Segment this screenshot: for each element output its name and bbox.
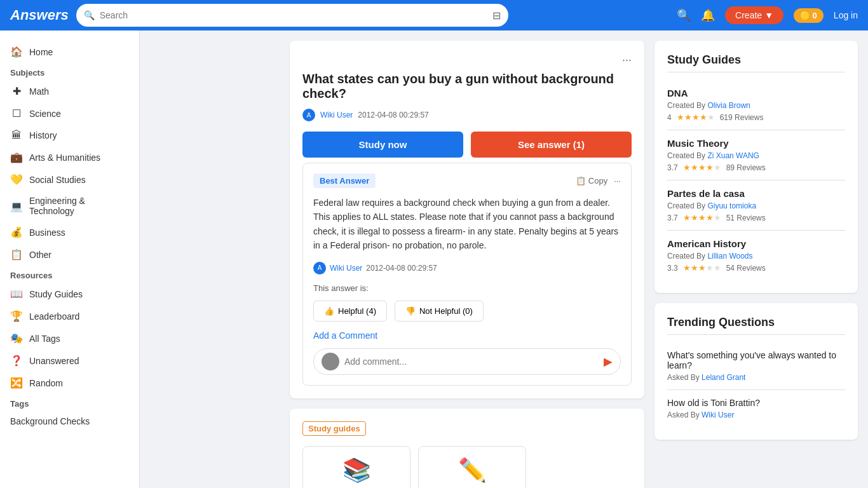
create-study-guide-item[interactable]: ✏️ Create a Study Guide [418, 446, 526, 488]
random-icon: 🔀 [10, 377, 23, 389]
guide-author-link-music[interactable]: Zi Xuan WANG [707, 151, 759, 160]
guide-author-link-dna[interactable]: Olivia Brown [707, 101, 750, 110]
send-comment-button[interactable]: ▶ [604, 355, 613, 369]
comment-input[interactable] [344, 356, 599, 367]
dots-menu-icon[interactable]: ··· [622, 53, 632, 67]
guide-stars-partes: ★★★★★ [683, 213, 721, 222]
question-meta: A Wiki User 2012-04-08 00:29:57 [302, 109, 632, 121]
see-all-icon: 📚 [342, 457, 371, 484]
not-helpful-button[interactable]: 👎 Not Helpful (0) [395, 301, 484, 322]
question-date: 2012-04-08 00:29:57 [358, 111, 428, 119]
study-now-button[interactable]: Study now [302, 132, 463, 158]
tags-label: Tags [0, 394, 139, 411]
guide-rating-music: 3.7 ★★★★★ 89 Reviews [667, 163, 845, 172]
add-comment-link[interactable]: Add a Comment [313, 330, 621, 341]
sidebar-item-study-guides[interactable]: 📖 Study Guides [0, 283, 139, 305]
question-card: ··· What states can you buy a gun withou… [290, 41, 644, 398]
sidebar-item-history[interactable]: 🏛 History [0, 125, 139, 146]
answer-rating-label: This answer is: [313, 283, 621, 293]
sidebar-item-engineering[interactable]: 💻 Engineering & Technology [0, 191, 139, 221]
filter-icon[interactable]: ⊟ [492, 10, 501, 22]
other-icon: 📋 [10, 248, 23, 261]
vote-buttons: 👍 Helpful (4) 👎 Not Helpful (0) [313, 301, 621, 322]
answer-header: Best Answer 📋 Copy ··· [313, 173, 621, 188]
guide-title-dna: DNA [667, 88, 845, 98]
trending-right-card: Trending Questions What's something you'… [654, 303, 858, 440]
sidebar-item-social[interactable]: 💛 Social Studies [0, 168, 139, 191]
guide-rating-value-dna: 4 [667, 113, 672, 122]
trending-author-link-0[interactable]: Leland Grant [702, 373, 745, 382]
see-all-study-guides-item[interactable]: 📚 See all Study Guides [302, 446, 410, 488]
arts-icon: 💼 [10, 151, 23, 163]
trending-author-link-1[interactable]: Wiki User [702, 410, 734, 419]
guide-stars-music: ★★★★★ [683, 163, 721, 172]
sidebar-item-arts[interactable]: 💼 Arts & Humanities [0, 146, 139, 168]
search-icon-header[interactable]: 🔍 [677, 8, 691, 22]
guide-entry-music: Music Theory Created By Zi Xuan WANG 3.7… [667, 130, 845, 180]
sidebar-item-science[interactable]: ☐ Science [0, 102, 139, 125]
science-icon: ☐ [10, 107, 23, 119]
trending-title: Trending Questions [667, 316, 845, 335]
question-title: What states can you buy a gun without ba… [302, 72, 632, 101]
see-answer-button[interactable]: See answer (1) [471, 132, 632, 158]
copy-button[interactable]: 📋 Copy [576, 176, 607, 186]
coin-badge[interactable]: 🟡 0 [794, 8, 824, 23]
guide-reviews-american: 54 Reviews [726, 264, 766, 273]
helpful-button[interactable]: 👍 Helpful (4) [313, 301, 387, 322]
header: Answers 🔍 ⊟ 🔍 🔔 Create ▼ 🟡 0 Log in [0, 0, 868, 30]
guide-author-link-partes[interactable]: Giyuu tomioka [707, 201, 756, 210]
guide-rating-value-music: 3.7 [667, 163, 678, 172]
logo[interactable]: Answers [10, 7, 69, 24]
answer-text: Federal law requires a background check … [313, 196, 621, 253]
study-guides-right-card: Study Guides DNA Created By Olivia Brown… [654, 41, 858, 293]
sidebar-item-background-checks[interactable]: Background Checks [0, 411, 139, 431]
all-tags-icon: 🎭 [10, 332, 23, 344]
guide-stars-dna: ★★★★★ [677, 112, 715, 122]
notification-icon[interactable]: 🔔 [701, 8, 715, 22]
center-panel: ··· What states can you buy a gun withou… [290, 41, 644, 488]
action-buttons: Study now See answer (1) [302, 132, 632, 158]
sidebar-item-other[interactable]: 📋 Other [0, 243, 139, 266]
trending-meta-1: Asked By Wiki User [667, 410, 845, 419]
create-button[interactable]: Create ▼ [725, 6, 783, 24]
sidebar-item-random[interactable]: 🔀 Random [0, 372, 139, 394]
answer-actions: 📋 Copy ··· [576, 176, 621, 186]
study-guides-icon: 📖 [10, 288, 23, 300]
best-answer-badge: Best Answer [313, 173, 376, 188]
history-icon: 🏛 [10, 130, 23, 141]
guide-title-partes: Partes de la casa [667, 188, 845, 199]
guide-reviews-dna: 619 Reviews [720, 113, 764, 122]
social-icon: 💛 [10, 173, 23, 186]
trending-item-1: How old is Toni Brattin? Asked By Wiki U… [667, 390, 845, 427]
search-input[interactable] [100, 10, 487, 20]
subjects-label: Subjects [0, 63, 139, 80]
guide-created-american: Created By Lillian Woods [667, 252, 845, 261]
guide-rating-value-american: 3.3 [667, 264, 678, 273]
sidebar-item-home[interactable]: 🏠 Home [0, 41, 139, 63]
card-header-row: ··· [302, 53, 632, 67]
sidebar-item-unanswered[interactable]: ❓ Unanswered [0, 349, 139, 372]
author-avatar: A [302, 109, 315, 121]
trending-item-0: What's something you've always wanted to… [667, 342, 845, 390]
answer-author-link[interactable]: Wiki User [330, 264, 362, 273]
guide-created-partes: Created By Giyuu tomioka [667, 201, 845, 210]
answer-author-avatar: A [313, 262, 326, 274]
login-button[interactable]: Log in [834, 10, 858, 20]
answer-meta: A Wiki User 2012-04-08 00:29:57 [313, 262, 621, 274]
engineering-icon: 💻 [10, 200, 23, 212]
sidebar-item-math[interactable]: ✚ Math [0, 80, 139, 102]
answer-date: 2012-04-08 00:29:57 [366, 264, 437, 273]
guide-author-link-american[interactable]: Lillian Woods [707, 252, 752, 261]
sidebar-item-business[interactable]: 💰 Business [0, 221, 139, 243]
sidebar-item-leaderboard[interactable]: 🏆 Leaderboard [0, 305, 139, 327]
question-author-link[interactable]: Wiki User [320, 111, 353, 119]
comment-input-row: ▶ [313, 348, 621, 375]
commenter-avatar [322, 353, 339, 370]
guide-stars-american: ★★★★★ [683, 263, 721, 273]
answer-dots-menu[interactable]: ··· [614, 176, 621, 186]
main-content: ··· What states can you buy a gun withou… [280, 30, 868, 488]
sidebar-item-all-tags[interactable]: 🎭 All Tags [0, 327, 139, 349]
search-icon: 🔍 [84, 10, 95, 20]
create-icon: ✏️ [458, 457, 487, 484]
trending-meta-0: Asked By Leland Grant [667, 373, 845, 382]
